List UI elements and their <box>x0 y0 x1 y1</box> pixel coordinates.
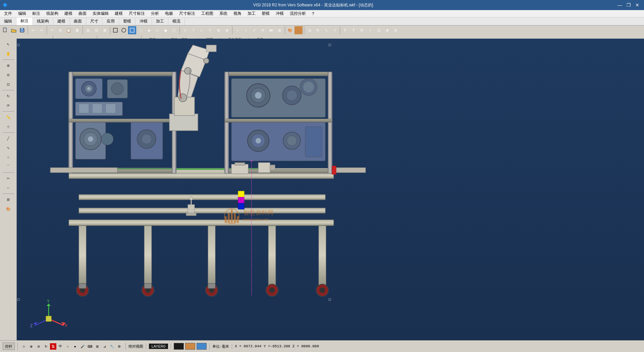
side-trim[interactable]: ✂ <box>3 174 14 183</box>
side-orbit[interactable]: ⟳ <box>3 101 14 110</box>
tb-copy[interactable]: ⧉ <box>56 26 64 34</box>
tab-surface[interactable]: 曲面 <box>70 17 86 25</box>
tab-mold[interactable]: 塑模 <box>119 17 136 25</box>
tb-view-iso[interactable]: I <box>366 26 374 34</box>
tb-op11[interactable]: ⟴ <box>267 26 275 34</box>
tb-save[interactable] <box>18 26 26 34</box>
status-icon-tool[interactable]: 🔧 <box>109 343 115 350</box>
menu-mold[interactable]: 塑模 <box>259 10 272 17</box>
tb-undo[interactable]: ↩ <box>29 26 37 34</box>
status-tb1[interactable]: ⊹ <box>20 343 27 350</box>
tb-shape6[interactable]: ◇ <box>153 26 161 34</box>
side-curve[interactable]: ∿ <box>3 143 14 152</box>
tb-op5[interactable]: ⊕ <box>214 26 222 34</box>
tb-scale[interactable]: ⤡ <box>322 26 330 34</box>
tb-op3[interactable]: ⌙ <box>198 26 206 34</box>
side-color[interactable]: 🎨 <box>3 205 14 213</box>
status-icon-arrow[interactable]: ⊿ <box>101 343 108 350</box>
menu-annotation[interactable]: 标注 <box>30 10 43 17</box>
menu-view[interactable]: 视角 <box>231 10 244 17</box>
close-button[interactable]: ✕ <box>633 1 641 9</box>
tb-paste[interactable]: 📋 <box>65 26 73 34</box>
menu-help[interactable]: ? <box>309 11 317 17</box>
tb-view-fit[interactable]: ⊡ <box>375 26 383 34</box>
tab-die[interactable]: 冲模 <box>136 17 152 25</box>
menu-analyze[interactable]: 分析 <box>148 10 162 17</box>
status-icon-dot[interactable]: ● <box>72 343 78 350</box>
tb-op10[interactable]: ⟳ <box>259 26 267 34</box>
status-color-bg[interactable] <box>174 343 184 350</box>
tb-shape5[interactable]: ◈ <box>145 26 153 34</box>
menu-model[interactable]: 建模 <box>112 10 125 17</box>
tb-op6[interactable]: ⊗ <box>223 26 231 34</box>
side-select[interactable]: ↖ <box>3 40 14 49</box>
menu-surface[interactable]: 曲面 <box>76 10 89 17</box>
tab-edit[interactable]: 编辑 <box>0 17 16 25</box>
side-zoom-fit[interactable]: ⊡ <box>3 80 14 89</box>
side-zoom-in[interactable]: ⊕ <box>3 61 14 70</box>
side-line[interactable]: ╱ <box>3 134 14 143</box>
side-layer[interactable]: ⊞ <box>3 195 14 204</box>
tb-shape7[interactable]: ◉ <box>162 26 170 34</box>
minimize-button[interactable]: — <box>616 1 624 9</box>
side-measure[interactable]: 📏 <box>3 113 14 122</box>
tb-view-zoom-out[interactable]: ⊖ <box>391 26 399 34</box>
tb-shape4[interactable]: □ <box>137 26 145 34</box>
status-icon-circle[interactable]: ○ <box>64 343 71 350</box>
status-tb4[interactable]: ↻ <box>43 343 49 350</box>
tab-flow[interactable]: 模流 <box>168 17 185 25</box>
tb-redo[interactable]: ↪ <box>37 26 45 34</box>
side-snap[interactable]: ⊹ <box>3 122 14 131</box>
menu-solid-edit[interactable]: 实体编辑 <box>90 10 111 17</box>
tb-op2[interactable]: ⌇ <box>189 26 197 34</box>
tb-select-invert[interactable]: ⊠ <box>101 26 109 34</box>
side-pan[interactable]: ✋ <box>3 49 14 58</box>
menu-engineering[interactable]: 工程图 <box>199 10 216 17</box>
tb-shape3[interactable] <box>128 26 136 34</box>
tb-view-top[interactable]: T <box>350 26 358 34</box>
tab-machining[interactable]: 加工 <box>152 17 168 25</box>
tb-view-zoom-in[interactable]: ⊕ <box>383 26 391 34</box>
status-icon-key[interactable]: ⌨ <box>87 343 93 350</box>
tb-cut[interactable]: ✂ <box>48 26 56 34</box>
status-s-logo[interactable]: S <box>50 343 56 350</box>
menu-dim-mark[interactable]: 尺寸标注 <box>176 10 198 17</box>
status-control-btn[interactable]: 控杆 <box>3 343 15 350</box>
menu-machining[interactable]: 加工 <box>245 10 258 17</box>
status-tb2[interactable]: ⊕ <box>28 343 35 350</box>
menu-wireframe[interactable]: 线架构 <box>44 10 61 17</box>
tab-apply[interactable]: 应用 <box>103 17 119 25</box>
tb-mirror[interactable]: ⊣ <box>330 26 338 34</box>
tb-shape8[interactable]: ⬡ <box>170 26 178 34</box>
side-extend[interactable]: ↔ <box>3 183 14 192</box>
tb-delete[interactable]: 🗑 <box>73 26 81 34</box>
side-arc[interactable]: ⌒ <box>3 162 14 171</box>
menu-flow[interactable]: 流控分析 <box>287 10 309 17</box>
side-circle[interactable]: ○ <box>3 153 14 162</box>
side-zoom-out[interactable]: ⊖ <box>3 71 14 79</box>
status-color-line[interactable] <box>197 343 207 350</box>
viewport-3d[interactable]: 智慧资料网 www.zizihui.net X Y Z <box>17 39 644 340</box>
status-tb5[interactable]: 中 <box>57 343 64 350</box>
menu-dimension[interactable]: 尺寸标注 <box>126 10 148 17</box>
menu-die[interactable]: 冲模 <box>273 10 286 17</box>
menu-electrode[interactable]: 电极 <box>162 10 176 17</box>
tb-op7[interactable]: ↔ <box>233 26 241 34</box>
tb-fill[interactable] <box>294 26 303 34</box>
side-rotate[interactable]: ↻ <box>3 92 14 100</box>
tab-build[interactable]: 建模 <box>53 17 70 25</box>
tb-op1[interactable]: ∿ <box>181 26 189 34</box>
tb-select-all[interactable]: ⊞ <box>84 26 92 34</box>
tb-view-front[interactable]: F <box>341 26 349 34</box>
tb-move[interactable]: ⇲ <box>305 26 313 34</box>
status-icon-grid[interactable]: ⊞ <box>94 343 101 350</box>
tb-op12[interactable]: ⊞ <box>275 26 283 34</box>
tb-color-wheel[interactable]: 🎨 <box>286 26 294 34</box>
status-tb3[interactable]: ⊖ <box>35 343 42 350</box>
tb-op4[interactable]: ⌑ <box>206 26 214 34</box>
menu-build[interactable]: 建模 <box>62 10 75 17</box>
menu-file[interactable]: 文件 <box>1 10 15 17</box>
tb-open[interactable] <box>10 26 18 34</box>
maximize-button[interactable]: ❐ <box>625 1 633 9</box>
tab-annotation[interactable]: 标注 <box>16 17 33 25</box>
